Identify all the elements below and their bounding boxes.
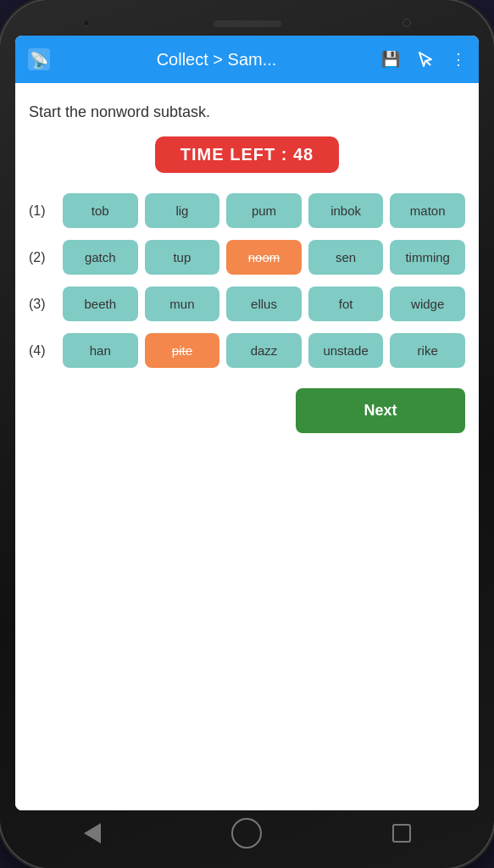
word-1-4[interactable]: inbok	[308, 193, 384, 228]
camera-dot	[402, 19, 411, 27]
cursor-icon[interactable]	[413, 47, 436, 71]
word-1-5[interactable]: maton	[390, 193, 465, 228]
word-3-2[interactable]: mun	[145, 287, 220, 321]
row-1-label: (1)	[29, 203, 56, 219]
word-2-3[interactable]: noom	[226, 240, 302, 275]
back-triangle-icon	[84, 823, 101, 843]
phone-frame: 📡 Collect > Sam... 💾 ⋮ Start the nonword…	[0, 0, 494, 868]
word-row-1: (1) tob lig pum inbok maton	[29, 193, 465, 228]
word-2-1[interactable]: gatch	[63, 240, 138, 275]
word-1-3[interactable]: pum	[226, 193, 302, 228]
word-4-2[interactable]: pite	[145, 333, 220, 368]
svg-text:📡: 📡	[30, 51, 49, 70]
word-3-5[interactable]: widge	[390, 287, 465, 321]
home-nav-btn[interactable]	[230, 822, 264, 844]
phone-screen: 📡 Collect > Sam... 💾 ⋮ Start the nonword…	[15, 36, 479, 810]
word-4-3[interactable]: dazz	[226, 333, 302, 368]
main-content: Start the nonword subtask. TIME LEFT : 4…	[15, 83, 479, 810]
word-3-3[interactable]: ellus	[226, 287, 302, 321]
row-3-label: (3)	[29, 297, 56, 312]
save-icon[interactable]: 💾	[379, 47, 402, 71]
svg-line-2	[426, 61, 430, 65]
next-button[interactable]: Next	[296, 388, 465, 433]
logo-svg: 📡	[26, 47, 52, 72]
phone-top-bar	[15, 15, 479, 36]
back-nav-btn[interactable]	[75, 822, 109, 844]
recents-square-icon	[392, 824, 411, 843]
row-4-label: (4)	[29, 343, 56, 359]
word-2-5[interactable]: timming	[390, 240, 465, 275]
word-3-1[interactable]: beeth	[63, 287, 138, 321]
word-2-4[interactable]: sen	[308, 240, 384, 275]
word-4-5[interactable]: rike	[390, 333, 465, 368]
word-rows: (1) tob lig pum inbok maton (2) gatch tu…	[29, 193, 465, 368]
row-2-label: (2)	[29, 250, 56, 265]
next-btn-container: Next	[29, 388, 465, 433]
app-toolbar: 📡 Collect > Sam... 💾 ⋮	[15, 36, 479, 83]
word-row-4: (4) han pite dazz unstade rike	[29, 333, 465, 368]
app-logo-icon: 📡	[24, 44, 54, 75]
word-1-1[interactable]: tob	[63, 193, 138, 228]
word-2-2[interactable]: tup	[145, 240, 220, 275]
phone-nav-bar	[15, 810, 479, 849]
subtitle-text: Start the nonword subtask.	[29, 103, 210, 121]
word-4-4[interactable]: unstade	[308, 333, 384, 368]
word-row-3: (3) beeth mun ellus fot widge	[29, 287, 465, 321]
word-4-1[interactable]: han	[63, 333, 138, 368]
recents-nav-btn[interactable]	[385, 822, 419, 844]
home-circle-icon	[231, 818, 262, 849]
toolbar-title: Collect > Sam...	[61, 50, 372, 70]
more-options-icon[interactable]: ⋮	[447, 47, 470, 71]
timer-badge: TIME LEFT : 48	[155, 136, 339, 173]
word-row-2: (2) gatch tup noom sen timming	[29, 240, 465, 275]
front-camera	[83, 19, 90, 26]
word-1-2[interactable]: lig	[145, 193, 220, 228]
speaker-grille	[214, 20, 281, 27]
word-3-4[interactable]: fot	[308, 287, 384, 321]
toolbar-actions: 💾 ⋮	[379, 47, 470, 71]
